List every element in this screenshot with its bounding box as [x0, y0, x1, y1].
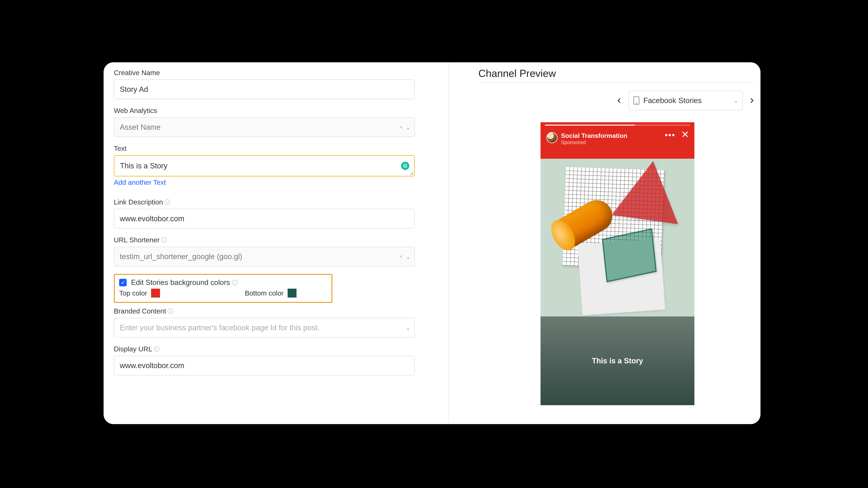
chevron-down-icon: ⌄: [406, 253, 410, 260]
display-url-input[interactable]: www.evoltobor.com: [114, 356, 415, 376]
grammarly-icon[interactable]: G: [401, 162, 409, 170]
creative-name-value: Story Ad: [120, 85, 148, 94]
form-column: Creative Name Story Ad Web Analytics Ass…: [103, 62, 449, 424]
resize-handle-icon[interactable]: [410, 171, 413, 175]
preview-column: Channel Preview Facebook Stories ⌄: [449, 62, 761, 424]
story-progress-bar: [545, 125, 690, 126]
channel-selector-row: Facebook Stories ⌄: [478, 91, 756, 110]
help-icon[interactable]: i: [164, 199, 170, 205]
top-color-group: Top color: [119, 289, 160, 297]
chevron-down-icon: ⌄: [406, 124, 410, 131]
story-actions: •••: [665, 131, 689, 140]
branded-content-label: Branded Content i: [114, 307, 415, 315]
link-description-label: Link Description i: [114, 198, 415, 206]
help-icon[interactable]: i: [161, 237, 167, 243]
web-analytics-select[interactable]: Asset Name × ⌄: [114, 117, 415, 137]
chevron-down-icon: ⌄: [406, 324, 410, 331]
branded-content-select[interactable]: Enter your business partner's facebook p…: [114, 318, 415, 337]
stories-colors-label: Edit Stories background colors i: [131, 279, 238, 287]
editor-panel: Creative Name Story Ad Web Analytics Ass…: [103, 62, 761, 424]
avatar: [547, 132, 557, 143]
display-url-label: Display URL i: [114, 345, 415, 353]
creative-name-input[interactable]: Story Ad: [114, 79, 415, 99]
decor-triangle: [612, 159, 686, 224]
link-description-value: www.evoltobor.com: [120, 215, 184, 223]
stories-colors-checkbox[interactable]: ✓: [119, 279, 127, 286]
clear-icon[interactable]: ×: [399, 124, 403, 131]
prev-channel-button[interactable]: [615, 96, 624, 105]
story-header: Social Transformation Sponsored •••: [540, 122, 694, 159]
branded-content-placeholder: Enter your business partner's facebook p…: [120, 324, 319, 332]
web-analytics-value: Asset Name: [120, 123, 161, 131]
channel-select[interactable]: Facebook Stories ⌄: [628, 91, 743, 110]
top-color-swatch[interactable]: [151, 289, 160, 297]
bottom-color-label: Bottom color: [245, 289, 283, 297]
story-sponsored-label: Sponsored: [561, 139, 627, 145]
url-shortener-label: URL Shortener i: [114, 236, 415, 244]
story-bottom: This is a Story: [540, 317, 694, 405]
story-brand-block: Social Transformation Sponsored: [561, 132, 627, 145]
divider: [478, 83, 754, 83]
link-description-input[interactable]: www.evoltobor.com: [114, 209, 415, 229]
field-web-analytics: Web Analytics Asset Name × ⌄: [114, 107, 415, 137]
field-display-url: Display URL i www.evoltobor.com: [114, 345, 415, 376]
story-image: [540, 159, 694, 317]
text-textarea[interactable]: This is a Story G: [114, 155, 415, 176]
clear-icon[interactable]: ×: [399, 253, 403, 260]
creative-name-label: Creative Name: [114, 69, 415, 77]
field-text: Text This is a Story G Add another Text: [114, 144, 415, 186]
url-shortener-select[interactable]: testim_url_shortener_google (goo.gl) × ⌄: [114, 247, 415, 266]
color-row: Top color Bottom color: [119, 289, 327, 297]
help-icon[interactable]: i: [168, 308, 173, 314]
field-branded-content: Branded Content i Enter your business pa…: [114, 307, 415, 337]
add-another-text-link[interactable]: Add another Text: [114, 178, 166, 186]
url-shortener-value: testim_url_shortener_google (goo.gl): [120, 252, 242, 261]
display-url-value: www.evoltobor.com: [120, 361, 184, 370]
channel-preview-title: Channel Preview: [478, 67, 756, 79]
chevron-left-icon: [616, 97, 623, 104]
help-icon[interactable]: i: [154, 346, 159, 352]
bottom-color-group: Bottom color: [245, 289, 296, 297]
next-channel-button[interactable]: [747, 96, 756, 105]
text-value: This is a Story: [120, 162, 167, 170]
story-brand-name: Social Transformation: [561, 132, 627, 139]
preview-stage: Social Transformation Sponsored •••: [478, 122, 756, 405]
bottom-color-swatch[interactable]: [288, 289, 297, 297]
help-icon[interactable]: i: [232, 280, 238, 285]
top-color-label: Top color: [119, 289, 147, 297]
field-creative-name: Creative Name Story Ad: [114, 69, 415, 99]
stories-colors-row: ✓ Edit Stories background colors i: [119, 279, 327, 287]
mobile-icon: [633, 96, 639, 105]
field-link-description: Link Description i www.evoltobor.com: [114, 198, 415, 229]
chevron-right-icon: [748, 97, 755, 104]
channel-select-value: Facebook Stories: [643, 96, 702, 105]
story-preview: Social Transformation Sponsored •••: [540, 122, 694, 405]
web-analytics-label: Web Analytics: [114, 107, 415, 115]
field-url-shortener: URL Shortener i testim_url_shortener_goo…: [114, 236, 415, 266]
more-icon[interactable]: •••: [665, 131, 676, 140]
story-caption: This is a Story: [592, 357, 643, 365]
stories-colors-highlight: ✓ Edit Stories background colors i Top c…: [114, 274, 332, 303]
text-label: Text: [114, 144, 415, 153]
close-icon[interactable]: [681, 131, 689, 140]
chevron-down-icon: ⌄: [734, 97, 738, 104]
